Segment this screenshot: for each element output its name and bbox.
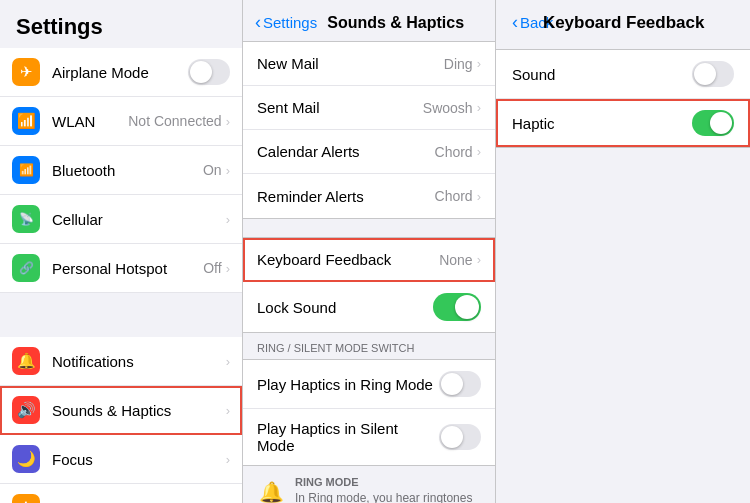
calendar-value: Chord: [435, 144, 473, 160]
middle-nav: ‹ Settings Sounds & Haptics: [243, 0, 495, 41]
ring-mode-desc: In Ring mode, you hear ringtones and ale…: [295, 490, 481, 503]
hotspot-value: Off: [203, 260, 221, 276]
ring-section: Play Haptics in Ring Mode Play Haptics i…: [243, 359, 495, 466]
ring-mode-info: 🔔 RING MODE In Ring mode, you hear ringt…: [243, 466, 495, 503]
right-nav: ‹ Back Keyboard Feedback: [496, 0, 750, 41]
silent-haptics-toggle[interactable]: [439, 424, 481, 450]
sidebar-item-screentime[interactable]: ⏱ Screen Time ›: [0, 484, 242, 503]
sentmail-value: Swoosh: [423, 100, 473, 116]
chevron-icon: ›: [477, 189, 481, 204]
sound-item[interactable]: Sound: [496, 50, 750, 99]
ring-haptics-label: Play Haptics in Ring Mode: [257, 376, 439, 393]
airplane-toggle[interactable]: [188, 59, 230, 85]
reminder-item[interactable]: Reminder Alerts Chord ›: [243, 174, 495, 218]
sidebar-item-label: WLAN: [52, 113, 128, 130]
newmail-item[interactable]: New Mail Ding ›: [243, 42, 495, 86]
ring-haptics-toggle[interactable]: [439, 371, 481, 397]
screentime-icon: ⏱: [12, 494, 40, 503]
chevron-icon: ›: [226, 163, 230, 178]
keyboard-feedback-value: None: [439, 252, 472, 268]
haptic-item[interactable]: Haptic: [496, 99, 750, 147]
keyboard-feedback-item[interactable]: Keyboard Feedback None ›: [243, 238, 495, 282]
keyboard-feedback-section: Sound Haptic: [496, 49, 750, 148]
chevron-icon: ›: [226, 114, 230, 129]
sidebar-item-wlan[interactable]: 📶 WLAN Not Connected ›: [0, 97, 242, 146]
sidebar-item-label: Screen Time: [52, 500, 226, 504]
hotspot-icon: 🔗: [12, 254, 40, 282]
newmail-value: Ding: [444, 56, 473, 72]
chevron-icon: ›: [226, 261, 230, 276]
wlan-value: Not Connected: [128, 113, 221, 129]
keyboard-section: Keyboard Feedback None › Lock Sound: [243, 237, 495, 333]
chevron-icon: ›: [226, 452, 230, 467]
chevron-icon: ›: [477, 100, 481, 115]
sound-label: Sound: [512, 66, 692, 83]
sidebar-item-notifications[interactable]: 🔔 Notifications ›: [0, 337, 242, 386]
keyboard-feedback-label: Keyboard Feedback: [257, 251, 439, 268]
chevron-icon: ›: [226, 354, 230, 369]
bluetooth-value: On: [203, 162, 222, 178]
back-arrow-icon: ‹: [255, 12, 261, 33]
chevron-icon: ›: [226, 403, 230, 418]
ring-section-label: RING / SILENT MODE SWITCH: [243, 333, 495, 359]
sidebar-item-hotspot[interactable]: 🔗 Personal Hotspot Off ›: [0, 244, 242, 293]
sidebar-item-airplane[interactable]: ✈ Airplane Mode: [0, 48, 242, 97]
middle-back-label: Settings: [263, 14, 317, 31]
middle-title: Sounds & Haptics: [327, 14, 464, 32]
sidebar-item-label: Airplane Mode: [52, 64, 188, 81]
wifi-icon: 📶: [12, 107, 40, 135]
right-title: Keyboard Feedback: [543, 13, 705, 33]
calendar-label: Calendar Alerts: [257, 143, 435, 160]
focus-icon: 🌙: [12, 445, 40, 473]
sounds-icon: 🔊: [12, 396, 40, 424]
bluetooth-icon: 📶: [12, 156, 40, 184]
sidebar-item-label: Focus: [52, 451, 226, 468]
calendar-item[interactable]: Calendar Alerts Chord ›: [243, 130, 495, 174]
lock-sound-toggle[interactable]: [433, 293, 481, 321]
silent-haptics-label: Play Haptics in Silent Mode: [257, 420, 439, 454]
sidebar-item-label: Cellular: [52, 211, 226, 228]
sentmail-item[interactable]: Sent Mail Swoosh ›: [243, 86, 495, 130]
back-arrow-icon: ‹: [512, 12, 518, 33]
lock-sound-item[interactable]: Lock Sound: [243, 282, 495, 332]
silent-haptics-item[interactable]: Play Haptics in Silent Mode: [243, 409, 495, 465]
haptic-toggle[interactable]: [692, 110, 734, 136]
sounds-haptics-panel: ‹ Settings Sounds & Haptics New Mail Din…: [243, 0, 496, 503]
middle-back-button[interactable]: ‹ Settings: [255, 12, 317, 33]
lock-sound-label: Lock Sound: [257, 299, 433, 316]
settings-title: Settings: [0, 0, 242, 48]
divider: [0, 301, 242, 329]
sidebar-item-bluetooth[interactable]: 📶 Bluetooth On ›: [0, 146, 242, 195]
chevron-icon: ›: [477, 252, 481, 267]
keyboard-feedback-panel: ‹ Back Keyboard Feedback Sound Haptic: [496, 0, 750, 503]
sentmail-label: Sent Mail: [257, 99, 423, 116]
sidebar-item-cellular[interactable]: 📡 Cellular ›: [0, 195, 242, 244]
sidebar-item-label: Notifications: [52, 353, 226, 370]
sidebar-item-label: Personal Hotspot: [52, 260, 203, 277]
notifications-icon: 🔔: [12, 347, 40, 375]
haptic-label: Haptic: [512, 115, 692, 132]
sidebar-item-label: Sounds & Haptics: [52, 402, 226, 419]
ring-haptics-item[interactable]: Play Haptics in Ring Mode: [243, 360, 495, 409]
newmail-label: New Mail: [257, 55, 444, 72]
sound-toggle[interactable]: [692, 61, 734, 87]
sidebar-item-sounds[interactable]: 🔊 Sounds & Haptics ›: [0, 386, 242, 435]
chevron-icon: ›: [477, 144, 481, 159]
sidebar-item-label: Bluetooth: [52, 162, 203, 179]
reminder-value: Chord: [435, 188, 473, 204]
section-gap: [243, 219, 495, 237]
sidebar-item-focus[interactable]: 🌙 Focus ›: [0, 435, 242, 484]
chevron-icon: ›: [226, 212, 230, 227]
cellular-icon: 📡: [12, 205, 40, 233]
ring-mode-title: RING MODE: [295, 476, 481, 488]
alerts-section: New Mail Ding › Sent Mail Swoosh › Calen…: [243, 41, 495, 219]
reminder-label: Reminder Alerts: [257, 188, 435, 205]
settings-panel: Settings ✈ Airplane Mode 📶 WLAN Not Conn…: [0, 0, 243, 503]
chevron-icon: ›: [477, 56, 481, 71]
bell-icon: 🔔: [257, 478, 285, 503]
ring-label: RING / SILENT MODE SWITCH: [257, 342, 414, 354]
settings-group-connectivity: ✈ Airplane Mode 📶 WLAN Not Connected › 📶…: [0, 48, 242, 293]
airplane-icon: ✈: [12, 58, 40, 86]
settings-group-system: 🔔 Notifications › 🔊 Sounds & Haptics › 🌙…: [0, 337, 242, 503]
